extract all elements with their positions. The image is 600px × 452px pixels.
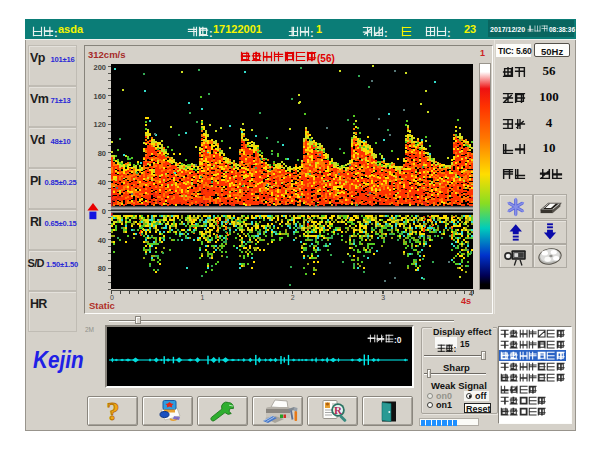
svg-text:R: R: [334, 404, 343, 416]
svg-text:?: ?: [107, 397, 120, 426]
